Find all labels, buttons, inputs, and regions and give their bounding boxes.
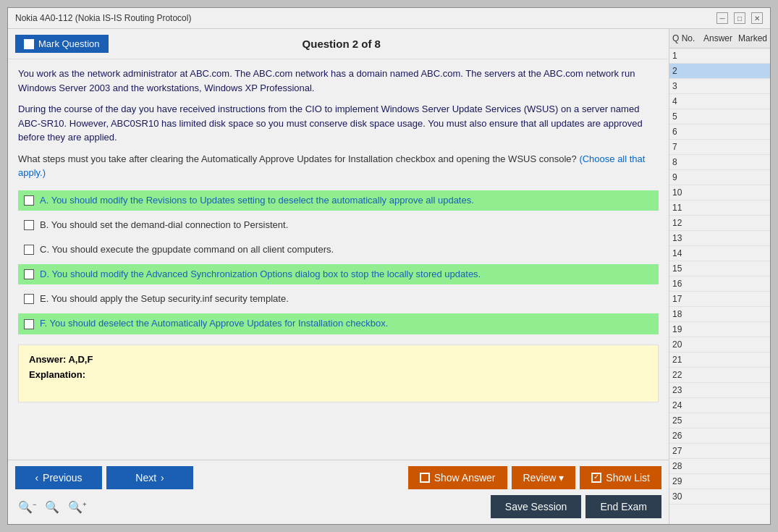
zoom-out-button[interactable]: 🔍−: [15, 499, 39, 515]
q-row-marked: [738, 476, 767, 486]
q-list-row[interactable]: 18: [669, 307, 770, 322]
option-f[interactable]: F. You should deselect the Automatically…: [18, 313, 659, 334]
option-e-text: E. You should apply the Setup security.i…: [40, 292, 289, 305]
show-answer-label: Show Answer: [434, 472, 496, 484]
q-list-row[interactable]: 22: [669, 368, 770, 383]
window-title: Nokia 4A0-112 (Nokia IS-IS Routing Proto…: [15, 13, 191, 23]
q-list-row[interactable]: 29: [669, 474, 770, 489]
zoom-in-button[interactable]: 🔍+: [65, 499, 89, 515]
question-context: You work as the network administrator at…: [18, 67, 659, 95]
show-list-icon: [591, 473, 601, 483]
option-b[interactable]: B. You should set the demand-dial connec…: [18, 215, 659, 235]
q-list-row[interactable]: 4: [669, 94, 770, 109]
q-row-answer: [698, 142, 738, 152]
q-list-row[interactable]: 20: [669, 337, 770, 352]
previous-button[interactable]: ‹ Previous: [15, 466, 102, 489]
q-row-num: 10: [672, 187, 698, 198]
show-answer-button[interactable]: Show Answer: [408, 466, 507, 489]
q-row-marked: [738, 294, 767, 304]
q-list-row[interactable]: 10: [669, 185, 770, 200]
left-panel: Mark Question Question 2 of 8 You work a…: [8, 29, 669, 524]
show-list-button[interactable]: Show List: [580, 466, 661, 489]
zoom-reset-button[interactable]: 🔍: [42, 499, 62, 515]
q-row-answer: [698, 431, 738, 441]
checkbox-b[interactable]: [24, 220, 34, 230]
checkbox-e[interactable]: [24, 294, 34, 304]
q-list-row[interactable]: 13: [669, 231, 770, 246]
q-row-num: 25: [672, 415, 698, 426]
q-list-row[interactable]: 16: [669, 276, 770, 292]
q-list-row[interactable]: 24: [669, 398, 770, 413]
checkbox-f[interactable]: [24, 319, 34, 329]
q-row-marked: [738, 415, 767, 426]
q-list-row[interactable]: 14: [669, 246, 770, 261]
q-list-row[interactable]: 26: [669, 428, 770, 444]
q-row-num: 5: [672, 111, 698, 122]
q-row-answer: [698, 324, 738, 334]
q-row-num: 3: [672, 81, 698, 91]
option-f-text: F. You should deselect the Automatically…: [40, 317, 388, 330]
restore-button[interactable]: □: [734, 12, 745, 24]
option-c[interactable]: C. You should execute the gpupdate comma…: [18, 240, 659, 260]
question-body-text: During the course of the day you have re…: [18, 102, 659, 145]
title-bar: Nokia 4A0-112 (Nokia IS-IS Routing Proto…: [8, 8, 770, 29]
minimize-button[interactable]: ─: [716, 12, 728, 24]
option-a[interactable]: A. You should modify the Revisions to Up…: [18, 190, 659, 211]
q-list-row[interactable]: 11: [669, 200, 770, 216]
options-list: A. You should modify the Revisions to Up…: [18, 190, 659, 334]
q-row-answer: [698, 446, 738, 456]
q-list-row[interactable]: 19: [669, 322, 770, 337]
option-e[interactable]: E. You should apply the Setup security.i…: [18, 289, 659, 309]
q-list-row[interactable]: 30: [669, 489, 770, 504]
save-session-label: Save Session: [505, 501, 567, 512]
q-list-row[interactable]: 25: [669, 413, 770, 428]
q-row-answer: [698, 203, 738, 213]
q-list-row[interactable]: 23: [669, 383, 770, 398]
q-row-marked: [738, 203, 767, 213]
q-row-marked: [738, 218, 767, 228]
review-button[interactable]: Review ▾: [512, 466, 576, 489]
close-button[interactable]: ✕: [751, 12, 763, 24]
q-row-marked: [738, 339, 767, 350]
explanation-label: Explanation:: [29, 369, 648, 380]
q-row-num: 24: [672, 400, 698, 410]
q-row-marked: [738, 491, 767, 502]
q-list-row[interactable]: 9: [669, 170, 770, 185]
q-list-row[interactable]: 12: [669, 216, 770, 231]
bottom-bar: ‹ Previous Next › Show Answer Review: [8, 460, 669, 524]
q-row-num: 2: [672, 66, 698, 76]
save-session-button[interactable]: Save Session: [491, 495, 582, 518]
checkbox-d[interactable]: [24, 269, 34, 279]
q-list-row[interactable]: 15: [669, 261, 770, 276]
checkbox-a[interactable]: [24, 195, 34, 206]
q-list-row[interactable]: 5: [669, 109, 770, 124]
q-list-row[interactable]: 7: [669, 140, 770, 155]
next-button[interactable]: Next ›: [106, 466, 193, 489]
mark-question-button[interactable]: Mark Question: [15, 35, 109, 53]
checkbox-c[interactable]: [24, 245, 34, 255]
q-list-row[interactable]: 28: [669, 459, 770, 474]
q-row-answer: [698, 233, 738, 243]
option-d[interactable]: D. You should modify the Advanced Synchr…: [18, 264, 659, 284]
q-row-num: 4: [672, 96, 698, 106]
right-panel: Q No. Answer Marked 1 2 3 4 5: [669, 29, 770, 524]
q-list-row[interactable]: 1: [669, 48, 770, 64]
q-list-row[interactable]: 17: [669, 292, 770, 307]
q-row-answer: [698, 51, 738, 61]
q-list-row[interactable]: 3: [669, 79, 770, 94]
q-row-answer: [698, 339, 738, 350]
end-exam-button[interactable]: End Exam: [585, 495, 661, 518]
q-list-row[interactable]: 2: [669, 64, 770, 79]
option-b-text: B. You should set the demand-dial connec…: [40, 219, 288, 232]
q-list-row[interactable]: 21: [669, 352, 770, 368]
q-row-marked: [738, 172, 767, 182]
q-list-row[interactable]: 8: [669, 155, 770, 170]
q-row-num: 8: [672, 157, 698, 167]
q-list-row[interactable]: 6: [669, 124, 770, 140]
q-row-marked: [738, 279, 767, 289]
q-list-scroll[interactable]: 1 2 3 4 5 6 7 8: [669, 48, 770, 524]
mark-question-label: Mark Question: [38, 38, 100, 49]
q-list-row[interactable]: 27: [669, 444, 770, 459]
q-row-marked: [738, 233, 767, 243]
q-row-num: 12: [672, 218, 698, 228]
